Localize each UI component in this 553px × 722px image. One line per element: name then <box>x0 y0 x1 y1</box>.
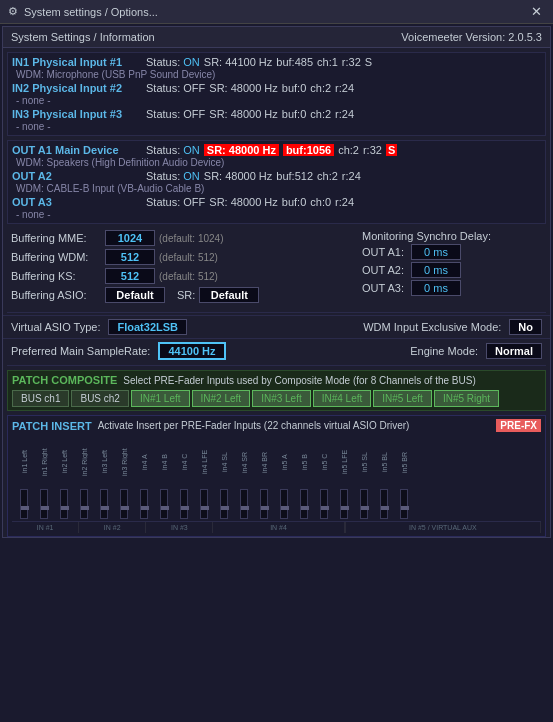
in1-sub: WDM: Microphone (USB PnP Sound Device) <box>12 69 541 81</box>
slider-in3-left: in3 Left <box>94 436 114 520</box>
outa2-label: OUT A2 <box>12 170 142 182</box>
slider-in4-sl: in4 SL <box>214 436 234 520</box>
in1-flag: S <box>365 56 372 68</box>
patch-composite-header: PATCH COMPOSITE Select PRE-Fader Inputs … <box>12 374 541 386</box>
outa1-sub: WDM: Speakers (High Definition Audio Dev… <box>12 157 541 169</box>
patch-btn-in2-left[interactable]: IN#2 Left <box>192 390 251 407</box>
buffer-monitoring-section: Buffering MME: 1024 (default: 1024) Buff… <box>3 224 550 310</box>
outa3-buf: buf:0 <box>282 196 306 208</box>
in2-row: IN2 Physical Input #2 Status: OFF SR: 48… <box>12 81 541 95</box>
mme-row: Buffering MME: 1024 (default: 1024) <box>11 230 354 246</box>
slider-in1-right: in1 Right <box>34 436 54 520</box>
in1-buf: buf:485 <box>276 56 313 68</box>
slider-in4-a: in4 A <box>134 436 154 520</box>
outa1-ch: ch:2 <box>338 144 359 156</box>
slider-in5-br: in5 BR <box>394 436 414 520</box>
slider-in1-left: in1 Left <box>14 436 34 520</box>
slider-in4-b: in4 B <box>154 436 174 520</box>
close-button[interactable]: ✕ <box>527 3 545 21</box>
wdm-default: (default: 512) <box>159 252 218 263</box>
bottom-label-in1: IN #1 <box>12 522 79 533</box>
outa2-status: Status: ON <box>146 170 200 182</box>
in3-ch: ch:2 <box>310 108 331 120</box>
engine-mode-label: Engine Mode: <box>410 345 478 357</box>
outa1-monitor-row: OUT A1: 0 ms <box>362 244 542 260</box>
preferred-sr-label: Preferred Main SampleRate: <box>11 345 150 357</box>
outa2-ch: ch:2 <box>317 170 338 182</box>
in1-label: IN1 Physical Input #1 <box>12 56 142 68</box>
window-title: System settings / Options... <box>24 6 158 18</box>
virtual-asio-label: Virtual ASIO Type: <box>11 321 100 333</box>
outputs-section: OUT A1 Main Device Status: ON SR: 48000 … <box>7 140 546 224</box>
patch-btn-in1-left[interactable]: IN#1 Left <box>131 390 190 407</box>
slider-in5-sl: in5 SL <box>354 436 374 520</box>
patch-btn-in4-left[interactable]: IN#4 Left <box>313 390 372 407</box>
slider-in5-b: in5 B <box>294 436 314 520</box>
wdm-row: Buffering WDM: 512 (default: 512) <box>11 249 354 265</box>
outa3-ch: ch:0 <box>310 196 331 208</box>
wdm-val[interactable]: 512 <box>105 249 155 265</box>
outa3-monitor-label: OUT A3: <box>362 282 407 294</box>
patch-btn-in3-left[interactable]: IN#3 Left <box>252 390 311 407</box>
in2-sub: - none - <box>12 95 541 107</box>
outa3-r: r:24 <box>335 196 354 208</box>
patch-insert-section: PATCH INSERT Activate Insert per PRE-Fad… <box>7 415 546 537</box>
monitoring-panel: Monitoring Synchro Delay: OUT A1: 0 ms O… <box>362 230 542 306</box>
main-panel: System Settings / Information Voicemeete… <box>2 26 551 538</box>
preferred-sr-val[interactable]: 44100 Hz <box>158 342 225 360</box>
bottom-labels: IN #1 IN #2 IN #3 IN #4 IN #5 / VIRTUAL … <box>12 521 541 533</box>
slider-in3-right: in3 Right <box>114 436 134 520</box>
sr-val[interactable]: Default <box>199 287 259 303</box>
mme-default: (default: 1024) <box>159 233 224 244</box>
bottom-label-in3: IN #3 <box>146 522 213 533</box>
in3-label: IN3 Physical Input #3 <box>12 108 142 120</box>
slider-in5-bl: in5 BL <box>374 436 394 520</box>
engine-mode-val[interactable]: Normal <box>486 343 542 359</box>
asio-row: Buffering ASIO: Default SR: Default <box>11 287 354 303</box>
outa1-status: Status: ON <box>146 144 200 156</box>
sliders-area: in1 Left in1 Right in2 Left in2 Right in… <box>12 436 541 520</box>
slider-in4-c: in4 C <box>174 436 194 520</box>
sr-label: SR: <box>177 289 195 301</box>
in1-row: IN1 Physical Input #1 Status: ON SR: 441… <box>12 55 541 69</box>
ks-val[interactable]: 512 <box>105 268 155 284</box>
patch-btn-bus-ch1[interactable]: BUS ch1 <box>12 390 69 407</box>
monitoring-label: Monitoring Synchro Delay: <box>362 230 542 242</box>
outa2-monitor-row: OUT A2: 0 ms <box>362 262 542 278</box>
header-row: System Settings / Information Voicemeete… <box>3 27 550 48</box>
asio-val[interactable]: Default <box>105 287 165 303</box>
outa3-label: OUT A3 <box>12 196 142 208</box>
outa3-sr: SR: 48000 Hz <box>209 196 278 208</box>
patch-btn-in5-right[interactable]: IN#5 Right <box>434 390 499 407</box>
wdm-label: Buffering WDM: <box>11 251 101 263</box>
patch-btn-in5-left[interactable]: IN#5 Left <box>373 390 432 407</box>
patch-insert-title: PATCH INSERT <box>12 420 92 432</box>
slider-in4-br: in4 BR <box>254 436 274 520</box>
in2-status: Status: OFF <box>146 82 205 94</box>
slider-in5-c: in5 C <box>314 436 334 520</box>
wdm-exclusive-val[interactable]: No <box>509 319 542 335</box>
patch-insert-header: PATCH INSERT Activate Insert per PRE-Fad… <box>12 419 541 432</box>
mme-val[interactable]: 1024 <box>105 230 155 246</box>
inputs-section: IN1 Physical Input #1 Status: ON SR: 441… <box>7 52 546 136</box>
in3-r: r:24 <box>335 108 354 120</box>
slider-in4-sr: in4 SR <box>234 436 254 520</box>
in1-r: r:32 <box>342 56 361 68</box>
outa3-status: Status: OFF <box>146 196 205 208</box>
outa2-buf: buf:512 <box>276 170 313 182</box>
patch-insert-tag: PRE-FX <box>496 419 541 432</box>
virtual-asio-val[interactable]: Float32LSB <box>108 319 187 335</box>
in2-label: IN2 Physical Input #2 <box>12 82 142 94</box>
in2-r: r:24 <box>335 82 354 94</box>
outa3-row: OUT A3 Status: OFF SR: 48000 Hz buf:0 ch… <box>12 195 541 209</box>
buffer-left: Buffering MME: 1024 (default: 1024) Buff… <box>11 230 354 306</box>
outa1-r: r:32 <box>363 144 382 156</box>
ks-default: (default: 512) <box>159 271 218 282</box>
outa2-sub: WDM: CABLE-B Input (VB-Audio Cable B) <box>12 183 541 195</box>
bottom-label-in2: IN #2 <box>79 522 146 533</box>
patch-insert-desc: Activate Insert per PRE-Fader Inputs (22… <box>98 420 410 431</box>
outa2-row: OUT A2 Status: ON SR: 48000 Hz buf:512 c… <box>12 169 541 183</box>
in3-sr: SR: 48000 Hz <box>209 108 278 120</box>
outa2-monitor-val: 0 ms <box>411 262 461 278</box>
patch-btn-bus-ch2[interactable]: BUS ch2 <box>71 390 128 407</box>
